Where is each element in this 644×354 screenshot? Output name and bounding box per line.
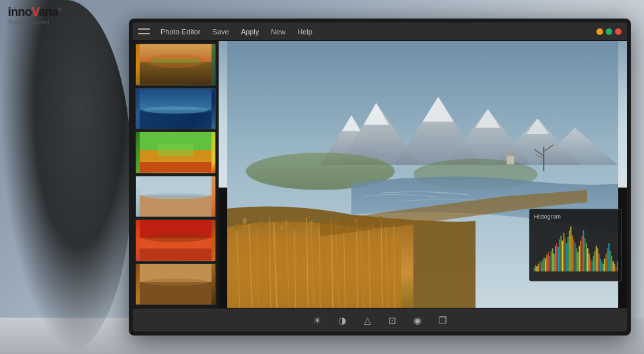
histogram-bars-svg (534, 223, 618, 271)
thumbnail-4[interactable] (135, 176, 216, 218)
svg-rect-110 (582, 236, 583, 271)
svg-rect-99 (566, 243, 567, 271)
svg-rect-82 (542, 260, 544, 271)
svg-rect-130 (610, 251, 611, 271)
svg-rect-112 (585, 238, 586, 271)
svg-rect-124 (601, 261, 602, 271)
histogram-panel: Histogram (529, 209, 622, 281)
monitor-frame: Photo Editor Save Apply New Help (129, 18, 631, 336)
svg-rect-80 (540, 261, 541, 271)
svg-rect-134 (616, 266, 617, 271)
layers-tool[interactable]: ❐ (435, 313, 450, 328)
histogram-chart (534, 223, 617, 275)
title-bar: Photo Editor Save Apply New Help (133, 22, 627, 41)
apply-menu-item[interactable]: Apply (236, 26, 265, 37)
svg-rect-83 (544, 258, 545, 271)
svg-rect-93 (557, 247, 559, 271)
svg-rect-9 (158, 144, 194, 156)
thumbnail-5[interactable] (135, 219, 216, 262)
svg-rect-135 (617, 261, 618, 271)
svg-rect-84 (545, 259, 546, 271)
save-menu-item[interactable]: Save (207, 26, 234, 37)
svg-point-13 (143, 193, 208, 199)
eye-tool[interactable]: ◉ (410, 313, 425, 328)
contrast-tool[interactable]: ◑ (335, 313, 349, 328)
logo-area: innoVana® Thinklabs Limited (8, 5, 61, 24)
svg-rect-122 (598, 254, 600, 271)
svg-rect-35 (507, 156, 514, 164)
logo-superscript: ® (58, 7, 61, 13)
svg-rect-91 (555, 246, 556, 271)
svg-rect-117 (591, 261, 592, 271)
thumbnail-3[interactable] (135, 131, 216, 174)
svg-rect-120 (596, 246, 597, 271)
main-photo: Histogram (219, 41, 627, 308)
svg-rect-128 (607, 248, 608, 271)
thumbnail-6[interactable] (135, 264, 216, 306)
svg-rect-109 (580, 240, 581, 271)
svg-rect-105 (575, 243, 576, 271)
svg-rect-17 (140, 248, 212, 260)
brightness-tool[interactable]: ☀ (310, 313, 324, 328)
menu-bar: Save Apply New Help (207, 26, 318, 37)
maximize-button[interactable] (606, 28, 612, 35)
thumb-5-svg (136, 220, 215, 261)
thumbnail-1[interactable] (135, 44, 216, 86)
logo-inno: inno (8, 5, 32, 18)
svg-rect-87 (549, 256, 550, 271)
svg-rect-125 (603, 264, 604, 271)
histogram-title: Histogram (534, 213, 617, 220)
app-title: Photo Editor (161, 28, 201, 36)
minimize-button[interactable] (596, 28, 603, 35)
svg-rect-100 (567, 237, 569, 271)
svg-rect-133 (614, 264, 616, 271)
svg-rect-116 (590, 259, 591, 271)
svg-rect-102 (570, 227, 571, 271)
svg-rect-104 (573, 239, 575, 271)
title-bar-left: Photo Editor Save Apply New Help (138, 26, 318, 37)
thumb-1-svg (136, 44, 215, 85)
svg-rect-131 (611, 256, 612, 271)
svg-rect-132 (612, 261, 614, 271)
svg-rect-77 (535, 265, 536, 271)
logo-text: innoVana® (8, 5, 61, 19)
svg-rect-107 (577, 252, 579, 271)
main-image-area: Histogram (219, 41, 627, 308)
thumb-3-svg (136, 132, 215, 173)
svg-rect-114 (587, 248, 589, 271)
svg-point-20 (143, 278, 208, 285)
svg-rect-121 (597, 248, 598, 271)
thumb-6-svg (136, 264, 215, 305)
help-menu-item[interactable]: Help (292, 26, 318, 37)
crop-tool[interactable]: △ (360, 313, 375, 328)
thumbnail-2[interactable] (135, 88, 216, 130)
svg-rect-118 (593, 256, 594, 271)
thumb-2-svg (136, 88, 215, 129)
thumbnail-panel (133, 41, 219, 308)
svg-rect-85 (546, 255, 548, 271)
svg-rect-126 (604, 259, 606, 271)
svg-rect-115 (589, 254, 590, 271)
svg-rect-90 (554, 254, 555, 271)
transform-tool[interactable]: ⊡ (385, 313, 400, 328)
svg-rect-97 (563, 233, 565, 271)
thumb-4-svg (136, 176, 215, 217)
new-menu-item[interactable]: New (266, 26, 291, 37)
svg-rect-79 (538, 264, 539, 271)
svg-rect-103 (572, 236, 573, 271)
svg-rect-89 (552, 248, 554, 271)
svg-rect-10 (140, 162, 212, 172)
bottom-toolbar: ☀ ◑ △ ⊡ ◉ ❐ (133, 308, 627, 332)
monitor-screen: Photo Editor Save Apply New Help (133, 22, 627, 332)
svg-rect-101 (569, 230, 570, 271)
svg-rect-88 (551, 251, 552, 271)
person-silhouette (0, 0, 132, 354)
main-content: Histogram (133, 41, 627, 308)
svg-rect-3 (152, 59, 199, 63)
svg-rect-76 (534, 267, 535, 271)
photo-editor-icon (138, 27, 150, 36)
svg-rect-78 (536, 266, 538, 271)
svg-rect-98 (565, 238, 566, 271)
close-button[interactable] (615, 28, 622, 35)
svg-rect-92 (556, 243, 557, 271)
